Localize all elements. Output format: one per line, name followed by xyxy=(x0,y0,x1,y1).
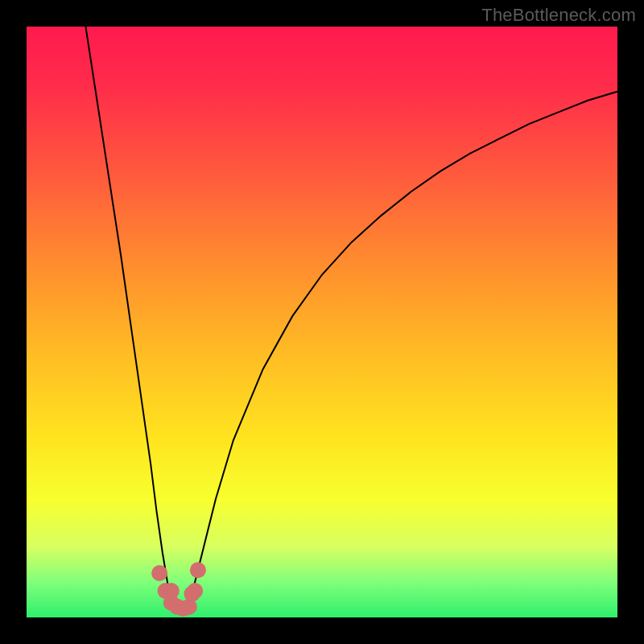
curve-marker xyxy=(175,601,192,617)
bottleneck-curve xyxy=(85,27,617,612)
marker-group xyxy=(151,562,206,617)
curve-marker xyxy=(163,583,180,599)
curve-marker xyxy=(187,583,203,599)
curve-marker xyxy=(181,599,197,615)
chart-outer-frame: TheBottleneck.com xyxy=(0,0,644,644)
watermark-text: TheBottleneck.com xyxy=(481,5,636,26)
curve-marker xyxy=(151,565,167,581)
curve-marker xyxy=(169,599,185,615)
curve-marker xyxy=(163,595,180,611)
curve-marker xyxy=(190,562,206,578)
curve-marker xyxy=(157,583,173,599)
plot-area xyxy=(27,27,617,617)
curve-marker xyxy=(184,586,200,602)
curve-svg xyxy=(27,27,617,617)
